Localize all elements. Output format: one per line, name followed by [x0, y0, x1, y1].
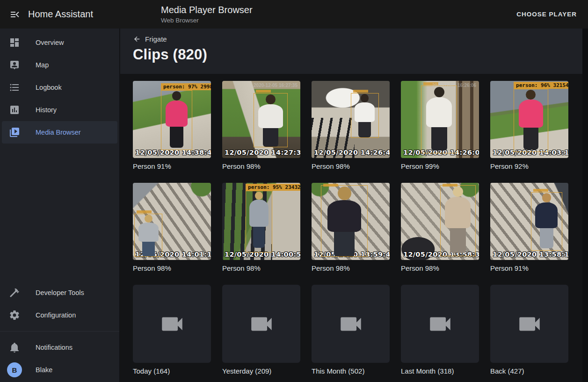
clip-timestamp: 12/05/2020 13:58:17 [493, 251, 568, 258]
clip-card[interactable]: 2020-12-05 16:27:35 12/05/2020 14:27:35 … [222, 81, 300, 170]
sidebar-item-label: Developer Tools [36, 289, 84, 296]
sidebar-item-user-profile[interactable]: B Blake [0, 359, 119, 381]
clip-thumbnail: 12/05/2020 13:58:30 [401, 183, 479, 260]
hammer-icon [9, 287, 20, 298]
detection-box [134, 214, 162, 257]
clip-caption: Person 92% [490, 162, 568, 170]
clips-grid: person: 97% 29988 12/05/2020 14:38:47 Pe… [120, 74, 582, 382]
detection-minilabel [323, 184, 338, 187]
clip-card[interactable]: 2020-12-05 16:26:06 12/05/2020 14:26:07 … [401, 81, 479, 170]
clip-timestamp: 12/05/2020 14:26:48 [314, 149, 390, 156]
topbar-left: Home Assistant [0, 3, 120, 26]
breadcrumb[interactable]: Frigate [133, 35, 167, 43]
sidebar-divider [0, 331, 119, 332]
clip-thumbnail: 12/05/2020 13:58:17 [490, 183, 568, 260]
clip-card[interactable]: 12/05/2020 13:59:49 Person 98% [312, 183, 390, 272]
sidebar-item-configuration[interactable]: Configuration [0, 304, 119, 326]
clip-card[interactable]: person: 97% 29988 12/05/2020 14:38:47 Pe… [133, 81, 211, 170]
page-title-block: Media Player Browser Web Browser [161, 4, 253, 24]
sidebar-item-logbook[interactable]: Logbook [0, 76, 119, 99]
sidebar-item-label: History [36, 106, 57, 114]
detection-box [514, 89, 548, 152]
clip-thumbnail: 12/05/2020 13:59:49 [312, 183, 390, 260]
detection-box [246, 191, 272, 252]
detection-box [321, 185, 368, 257]
clip-caption: Person 98% [133, 264, 211, 272]
clip-caption: Person 98% [401, 264, 479, 272]
sidebar-item-notifications[interactable]: Notifications [0, 336, 119, 359]
clip-caption: Person 91% [133, 162, 211, 170]
video-camera-icon [159, 310, 186, 338]
folder-thumbnail [490, 285, 568, 363]
sidebar-system-menu: Notifications B Blake [0, 336, 119, 382]
video-camera-icon [516, 310, 543, 338]
clip-caption: Person 98% [222, 264, 300, 272]
account-location-icon [9, 59, 20, 71]
clip-card[interactable]: 12/05/2020 13:58:30 Person 98% [401, 183, 479, 272]
sidebar-item-developer-tools[interactable]: Developer Tools [0, 281, 119, 304]
detection-box [254, 93, 288, 147]
folder-caption: This Month (502) [312, 367, 390, 375]
sidebar-footer-menu: Developer Tools Configuration Notificati… [0, 281, 119, 382]
scrollbar[interactable] [582, 29, 588, 382]
clip-thumbnail: person: 95% 23432 12/05/2020 14:00:52 [222, 183, 300, 260]
clip-card[interactable]: 12/05/2020 13:58:17 Person 91% [490, 183, 568, 272]
folder-thumbnail [401, 285, 479, 363]
folder-card[interactable]: Yesterday (209) [222, 285, 300, 375]
folder-caption: Yesterday (209) [222, 367, 300, 375]
sidebar-item-media-browser[interactable]: Media Browser [2, 121, 117, 144]
detection-label: person: 96% 32154 [514, 82, 568, 89]
detection-box [161, 90, 192, 151]
view-dashboard-icon [9, 37, 20, 48]
clip-timestamp: 12/05/2020 14:27:35 [225, 149, 300, 156]
clip-thumbnail: 12/05/2020 14:26:48 [312, 81, 390, 158]
clip-thumbnail: 2020-12-05 16:27:35 12/05/2020 14:27:35 [222, 81, 300, 158]
sidebar-item-label: Notifications [36, 344, 73, 351]
home-assistant-window: Home Assistant Media Player Browser Web … [0, 0, 588, 382]
camera-osd-timestamp: 2020-12-05 16:26:06 [432, 83, 476, 88]
sidebar-item-overview[interactable]: Overview [0, 31, 119, 54]
detection-box [351, 93, 379, 138]
folder-card[interactable]: Today (164) [133, 285, 211, 375]
folder-card[interactable]: This Month (502) [312, 285, 390, 375]
folder-caption: Last Month (318) [401, 367, 479, 375]
page-heading: Clips (820) [133, 46, 570, 63]
clip-card[interactable]: 12/05/2020 14:26:48 Person 98% [312, 81, 390, 170]
sidebar-toggle-icon[interactable] [4, 3, 26, 26]
clip-card[interactable]: 12/05/2020 14:01:14 Person 98% [133, 183, 211, 272]
detection-minilabel [256, 90, 271, 93]
sidebar: Overview Map Logbook History Media Brows… [0, 29, 120, 382]
video-camera-icon [248, 310, 275, 338]
top-app-bar: Home Assistant Media Player Browser Web … [0, 0, 588, 29]
detection-box [531, 192, 562, 251]
video-camera-icon [337, 310, 364, 338]
sidebar-item-label: Media Browser [36, 129, 81, 136]
page-title: Media Player Browser [161, 4, 253, 15]
detection-minilabel [353, 90, 368, 93]
sidebar-item-map[interactable]: Map [0, 54, 119, 76]
user-name-label: Blake [36, 366, 52, 374]
camera-osd-timestamp: 2020-12-05 16:27:35 [254, 83, 298, 88]
clip-card[interactable]: person: 96% 32154 12/05/2020 14:03:17 Pe… [490, 81, 568, 170]
sidebar-item-history[interactable]: History [0, 99, 119, 121]
clip-caption: Person 98% [312, 264, 390, 272]
clip-card[interactable]: person: 95% 23432 12/05/2020 14:00:52 Pe… [222, 183, 300, 272]
clip-thumbnail: 12/05/2020 14:01:14 [133, 183, 211, 260]
clip-thumbnail: 2020-12-05 16:26:06 12/05/2020 14:26:07 [401, 81, 479, 158]
clip-thumbnail: person: 97% 29988 12/05/2020 14:38:47 [133, 81, 211, 158]
clip-caption: Person 99% [401, 162, 479, 170]
media-browser-content: Frigate Clips (820) person: 97% 29988 12… [120, 29, 588, 382]
folder-thumbnail [312, 285, 390, 363]
play-box-multiple-icon [9, 127, 20, 138]
folder-card[interactable]: Last Month (318) [401, 285, 479, 375]
avatar: B [7, 362, 22, 377]
content-header: Frigate Clips (820) [120, 29, 582, 74]
folder-caption: Back (427) [490, 367, 568, 375]
folder-card[interactable]: Back (427) [490, 285, 568, 375]
sidebar-item-label: Configuration [36, 311, 76, 319]
choose-player-button[interactable]: CHOOSE PLAYER [512, 7, 581, 22]
clip-thumbnail: person: 96% 32154 12/05/2020 14:03:17 [490, 81, 568, 158]
breadcrumb-back-label: Frigate [145, 35, 167, 43]
detection-box [440, 185, 476, 256]
page-subtitle: Web Browser [161, 17, 253, 24]
